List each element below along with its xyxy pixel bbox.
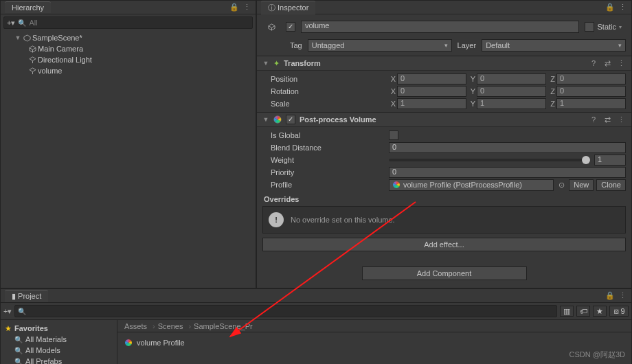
priority-field[interactable]: 0 [389, 167, 626, 178]
ppv-title: Post-process Volume [300, 115, 376, 124]
svg-marker-9 [29, 67, 35, 71]
weight-field[interactable]: 1 [594, 155, 626, 166]
context-menu-icon[interactable]: ⋮ [618, 291, 627, 301]
overrides-label: Overrides [262, 195, 626, 203]
help-icon[interactable]: ? [589, 58, 598, 68]
chevron-down-icon[interactable]: ▼ [14, 34, 21, 41]
scale-y-field[interactable]: 1 [477, 98, 546, 109]
hierarchy-tab[interactable]: Hierarchy [5, 1, 51, 13]
project-search[interactable]: 🔍 [14, 305, 557, 317]
position-x-field[interactable]: 0 [397, 73, 466, 84]
add-component-button[interactable]: Add Component [362, 266, 527, 280]
hierarchy-search[interactable]: +▾ 🔍 All [3, 16, 253, 29]
hierarchy-item-label: volume [38, 67, 62, 75]
static-toggle[interactable]: Static▾ [585, 22, 626, 32]
search-icon: 🔍 [14, 347, 23, 354]
unity-icon [23, 34, 31, 42]
project-sidebar: ★Favorites 🔍All Materials 🔍All Models 🔍A… [1, 320, 117, 364]
project-tab[interactable]: ▮ Project [5, 290, 48, 302]
rotation-z-field[interactable]: 0 [556, 86, 626, 97]
lock-icon[interactable]: 🔒 [605, 3, 615, 12]
asset-item[interactable]: volume Profile [124, 337, 624, 349]
search-icon: 🔍 [18, 19, 26, 27]
position-z-field[interactable]: 0 [556, 73, 626, 84]
object-name-field[interactable]: volume [301, 21, 579, 33]
svg-marker-0 [23, 34, 30, 41]
scale-x-field[interactable]: 1 [397, 98, 466, 109]
tag-label: Tag [290, 41, 302, 49]
scene-label: SampleScene* [32, 34, 82, 42]
project-panel: ▮ Project 🔒 ⋮ +▾ 🔍 ▥ 🏷 ★ ⦻9 ★Favorites 🔍… [0, 288, 632, 364]
filter-type-icon[interactable]: ▥ [560, 306, 574, 317]
position-y-field[interactable]: 0 [477, 73, 546, 84]
layer-dropdown[interactable]: Default [482, 39, 626, 52]
hierarchy-title: Hierarchy [12, 3, 44, 12]
project-main: Assets Scenes SampleScene_Pr volume Prof… [117, 320, 631, 364]
preset-icon[interactable]: ⇄ [602, 115, 612, 124]
favorite-item[interactable]: 🔍All Prefabs [1, 356, 117, 364]
inspector-tab[interactable]: ⓘ Inspector [261, 1, 315, 14]
help-icon[interactable]: ? [589, 115, 598, 124]
postprocess-icon [124, 339, 133, 347]
project-title: Project [18, 292, 41, 300]
rotation-row: Rotation X0 Y0 Z0 [262, 85, 626, 98]
lock-icon[interactable]: 🔒 [605, 291, 615, 301]
ppv-enabled-checkbox[interactable] [286, 115, 295, 124]
context-menu-icon[interactable]: ⋮ [242, 3, 251, 12]
add-effect-button[interactable]: Add effect... [262, 238, 626, 251]
scene-row[interactable]: ▼ SampleScene* [1, 32, 256, 43]
favorite-item[interactable]: 🔍All Materials [1, 334, 117, 345]
profile-label: Profile [262, 181, 386, 189]
postprocess-icon [392, 181, 400, 189]
plus-icon[interactable]: +▾ [7, 19, 15, 27]
inspector-object-header: volume Static▾ [257, 14, 631, 39]
hierarchy-tree: ▼ SampleScene* Main Camera Directional L… [1, 31, 256, 78]
overrides-box: ! No override set on this volume. [262, 206, 626, 234]
favorite-icon[interactable]: ★ [593, 306, 607, 317]
context-menu-icon[interactable]: ⋮ [616, 58, 626, 68]
preset-icon[interactable]: ⇄ [602, 58, 612, 68]
blend-distance-field[interactable]: 0 [389, 142, 626, 153]
chevron-down-icon[interactable]: ▼ [262, 60, 269, 67]
transform-title: Transform [284, 59, 321, 67]
object-enabled-checkbox[interactable] [286, 22, 295, 32]
lock-icon[interactable]: 🔒 [229, 3, 239, 12]
clone-button[interactable]: Clone [596, 179, 626, 191]
chevron-down-icon[interactable]: ▼ [262, 116, 269, 123]
static-checkbox[interactable] [585, 22, 594, 32]
hierarchy-item-label: Directional Light [38, 56, 92, 64]
weight-slider[interactable]: 1 [389, 155, 626, 166]
is-global-checkbox[interactable] [389, 130, 398, 140]
favorites-header[interactable]: ★Favorites [1, 323, 117, 334]
hierarchy-item[interactable]: volume [1, 65, 256, 76]
new-button[interactable]: New [569, 179, 594, 191]
ppv-header[interactable]: ▼ Post-process Volume ? ⇄ ⋮ [257, 112, 631, 127]
plus-icon[interactable]: +▾ [3, 307, 12, 316]
gameobject-icon [28, 56, 36, 64]
rotation-y-field[interactable]: 0 [477, 86, 546, 97]
hierarchy-item[interactable]: Directional Light [1, 54, 256, 65]
hierarchy-item[interactable]: Main Camera [1, 43, 256, 54]
layer-label: Layer [458, 41, 477, 49]
priority-label: Priority [262, 168, 386, 177]
breadcrumb-item[interactable]: SampleScene_Pr [185, 322, 255, 330]
filter-label-icon[interactable]: 🏷 [576, 306, 590, 317]
profile-field[interactable]: volume Profile (PostProcessProfile) [389, 179, 554, 191]
breadcrumb-item[interactable]: Assets [122, 322, 150, 330]
scale-z-field[interactable]: 1 [556, 98, 626, 109]
is-global-label: Is Global [262, 131, 386, 139]
context-menu-icon[interactable]: ⋮ [616, 115, 626, 124]
breadcrumb-item[interactable]: Scenes [150, 322, 185, 330]
favorite-item[interactable]: 🔍All Models [1, 345, 117, 356]
tag-layer-row: Tag Untagged Layer Default [257, 39, 631, 56]
hidden-icon[interactable]: ⦻9 [609, 306, 629, 317]
rotation-x-field[interactable]: 0 [397, 86, 466, 97]
tag-dropdown[interactable]: Untagged [308, 39, 452, 52]
asset-label: volume Profile [137, 339, 185, 347]
context-menu-icon[interactable]: ⋮ [618, 3, 627, 12]
project-toolbar: +▾ 🔍 ▥ 🏷 ★ ⦻9 [1, 303, 631, 320]
hierarchy-panel: Hierarchy 🔒 ⋮ +▾ 🔍 All ▼ SampleScene* Ma… [0, 0, 256, 288]
object-picker-icon[interactable]: ⊙ [556, 180, 566, 190]
svg-line-12 [268, 25, 271, 27]
transform-header[interactable]: ▼ ✦ Transform ? ⇄ ⋮ [257, 56, 631, 71]
